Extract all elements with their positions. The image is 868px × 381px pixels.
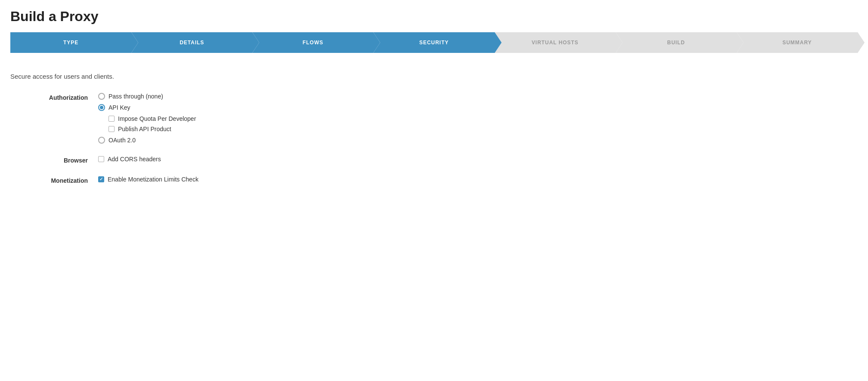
section-label-browser: Browser [10, 156, 88, 164]
radio-api-key[interactable] [98, 104, 105, 111]
section-browser: BrowserAdd CORS headers [10, 156, 858, 164]
option-label-pass-through: Pass through (none) [108, 93, 163, 100]
option-label-cors-headers: Add CORS headers [108, 156, 161, 163]
suboption-publish-product[interactable]: Publish API Product [108, 126, 196, 132]
section-label-monetization: Monetization [10, 176, 88, 184]
step-label-details: DETAILS [180, 40, 204, 46]
section-content-authorization: Pass through (none)API KeyImpose Quota P… [98, 93, 196, 144]
step-label-summary: SUMMARY [782, 40, 812, 46]
checkbox-impose-quota[interactable] [108, 116, 115, 122]
option-label-api-key: API Key [108, 104, 130, 111]
step-label-build: BUILD [667, 40, 685, 46]
step-type: TYPE [10, 32, 131, 53]
step-build[interactable]: BUILD [616, 32, 737, 53]
step-label-flows: FLOWS [303, 40, 323, 46]
checkbox-monetization-check[interactable] [98, 176, 104, 182]
option-oauth2[interactable]: OAuth 2.0 [98, 137, 196, 144]
radio-oauth2[interactable] [98, 137, 105, 144]
option-api-key[interactable]: API Key [98, 104, 196, 111]
suboption-impose-quota[interactable]: Impose Quota Per Developer [108, 115, 196, 122]
checkbox-publish-product[interactable] [108, 126, 115, 132]
subtitle: Secure access for users and clients. [10, 73, 858, 80]
step-summary[interactable]: SUMMARY [737, 32, 858, 53]
section-monetization: MonetizationEnable Monetization Limits C… [10, 176, 858, 184]
option-monetization-check[interactable]: Enable Monetization Limits Check [98, 176, 198, 183]
section-authorization: AuthorizationPass through (none)API KeyI… [10, 93, 858, 144]
step-label-type: TYPE [63, 40, 78, 46]
section-label-authorization: Authorization [10, 93, 88, 101]
stepper: TYPEDETAILSFLOWSSECURITYVIRTUAL HOSTSBUI… [10, 32, 858, 53]
suboption-label-impose-quota: Impose Quota Per Developer [118, 115, 196, 122]
step-details: DETAILS [131, 32, 252, 53]
step-flows: FLOWS [252, 32, 373, 53]
option-label-monetization-check: Enable Monetization Limits Check [108, 176, 198, 183]
option-label-oauth2: OAuth 2.0 [108, 137, 136, 144]
step-label-security: SECURITY [419, 40, 449, 46]
page-title: Build a Proxy [10, 9, 858, 25]
step-label-virtual-hosts: VIRTUAL HOSTS [532, 40, 579, 46]
step-virtual-hosts[interactable]: VIRTUAL HOSTS [495, 32, 616, 53]
option-cors-headers[interactable]: Add CORS headers [98, 156, 161, 163]
sub-options-api-key: Impose Quota Per DeveloperPublish API Pr… [108, 115, 196, 132]
radio-pass-through[interactable] [98, 93, 105, 100]
section-content-monetization: Enable Monetization Limits Check [98, 176, 198, 183]
step-security: SECURITY [373, 32, 494, 53]
section-content-browser: Add CORS headers [98, 156, 161, 163]
suboption-label-publish-product: Publish API Product [118, 126, 171, 132]
option-pass-through[interactable]: Pass through (none) [98, 93, 196, 100]
checkbox-cors-headers[interactable] [98, 156, 104, 162]
